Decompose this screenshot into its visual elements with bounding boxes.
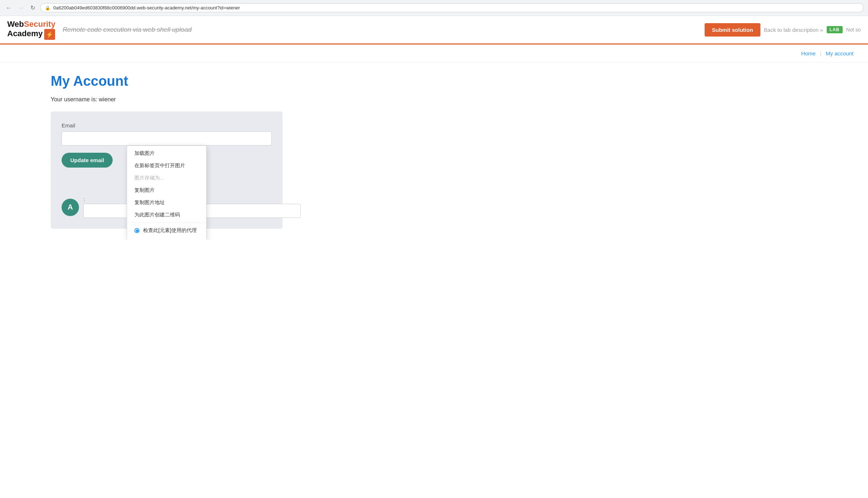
refresh-button[interactable]: ↻ (29, 3, 37, 13)
lab-badge: LAB (827, 26, 843, 33)
context-menu-divider (127, 223, 206, 223)
security-icon: 🔒 (45, 5, 50, 10)
site-header: WebSecurity Academy⚡ Remote code executi… (0, 16, 868, 45)
logo: WebSecurity Academy⚡ (7, 20, 55, 40)
main-content: My Account Your username is: wiener Emai… (0, 63, 326, 240)
back-button[interactable]: ← (4, 3, 13, 13)
context-menu-item-inspect[interactable]: 检查 (127, 237, 206, 240)
avatar: A (62, 199, 79, 216)
context-menu-item-qr-code[interactable]: 为此图片创建二维码 (127, 209, 206, 221)
nav-separator: | (820, 50, 821, 56)
nav-bar: Home | My account (0, 45, 868, 63)
submit-solution-button[interactable]: Submit solution (705, 23, 760, 37)
context-menu: 加载图片 在新标签页中打开图片 图片存储为... 复制图片 复制图片地址 为此图… (127, 145, 206, 240)
update-email-button[interactable]: Update email (62, 153, 113, 168)
email-label: Email (62, 122, 272, 128)
context-menu-item-load-image[interactable]: 加载图片 (127, 147, 206, 160)
email-input[interactable] (62, 131, 272, 145)
logo-text-line1: WebSecurity (7, 20, 55, 29)
context-menu-item-copy-image-url[interactable]: 复制图片地址 (127, 197, 206, 209)
logo-text-line2: Academy⚡ (7, 29, 55, 40)
context-menu-item-open-new-tab[interactable]: 在新标签页中打开图片 (127, 160, 206, 172)
lab-title: Remote code execution via web shell uplo… (63, 26, 697, 34)
my-account-link[interactable]: My account (826, 50, 854, 56)
radio-icon (134, 228, 139, 233)
context-menu-item-save-image: 图片存储为... (127, 172, 206, 184)
not-solved-badge: Not so (846, 27, 861, 33)
home-link[interactable]: Home (801, 50, 815, 56)
update-email-form: Email Update email 加载图片 在新标签页中打开图片 图片存储为… (51, 111, 283, 229)
url-text: 0a6200ab049ed603830f88c0006900dd.web-sec… (53, 5, 859, 10)
context-menu-item-copy-image[interactable]: 复制图片 (127, 184, 206, 197)
username-text: Your username is: wiener (51, 96, 283, 103)
forward-button[interactable]: → (17, 3, 25, 13)
page-title: My Account (51, 73, 283, 89)
header-actions: Submit solution Back to lab description … (705, 23, 861, 37)
back-to-lab-link[interactable]: Back to lab description » (764, 27, 823, 33)
browser-chrome: ← → ↻ 🔒 0a6200ab049ed603830f88c0006900dd… (0, 0, 868, 16)
address-bar[interactable]: 🔒 0a6200ab049ed603830f88c0006900dd.web-s… (40, 3, 864, 12)
context-menu-item-inspect-proxy[interactable]: 检查此[元素]使用的代理 (127, 224, 206, 237)
